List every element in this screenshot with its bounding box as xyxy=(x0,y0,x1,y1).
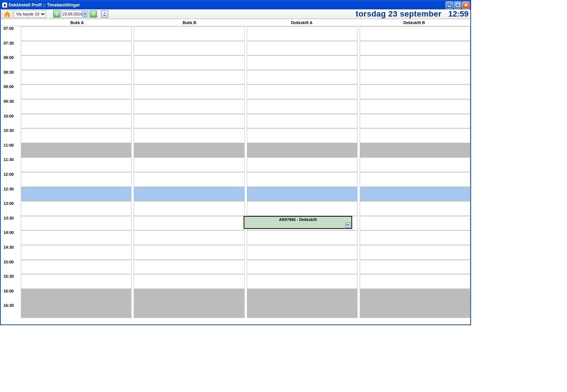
calendar-cell[interactable] xyxy=(21,41,132,56)
calendar-cell[interactable] xyxy=(360,55,470,70)
calendar-cell[interactable] xyxy=(21,260,132,275)
calendar-cell[interactable] xyxy=(134,157,244,172)
calendar-cell[interactable] xyxy=(21,157,132,172)
appointment-label: AR97965 - Dekkskift xyxy=(279,217,317,222)
calendar-cell[interactable] xyxy=(21,143,132,158)
calendar-cell[interactable] xyxy=(360,143,470,158)
appointment[interactable]: AR97965 - Dekkskift⟳ xyxy=(244,216,352,229)
calendar-cell[interactable] xyxy=(134,303,244,318)
calendar-cell[interactable] xyxy=(360,289,470,304)
time-label: 10:30 xyxy=(1,128,21,143)
calendar-cell[interactable] xyxy=(247,70,358,85)
calendar-cell[interactable] xyxy=(21,70,132,85)
calendar-cell[interactable] xyxy=(360,157,470,172)
calendar-cell[interactable] xyxy=(134,114,244,129)
calendar-cell[interactable] xyxy=(134,84,244,99)
calendar-cell[interactable] xyxy=(134,172,244,187)
calendar-cell[interactable] xyxy=(360,303,470,318)
calendar-cell[interactable] xyxy=(21,274,132,289)
calendar-cell[interactable] xyxy=(134,230,244,245)
calendar-cell[interactable] xyxy=(21,303,132,318)
time-row: 12:00 xyxy=(1,172,470,187)
calendar-cell[interactable] xyxy=(247,201,358,216)
maximize-button[interactable] xyxy=(454,1,461,9)
calendar-cell[interactable] xyxy=(360,274,470,289)
calendar-cell[interactable] xyxy=(134,260,244,275)
titlebar[interactable]: ◆ Dekkhotell Proff :: Timebestillinger xyxy=(1,1,470,9)
calendar-cell[interactable] xyxy=(134,99,244,114)
calendar-cell[interactable] xyxy=(247,114,358,129)
calendar-cell[interactable] xyxy=(360,99,470,114)
calendar-scroll[interactable]: Bukk ABukk BDekkskift ADekkskift B 07:00… xyxy=(1,19,470,324)
calendar-cell[interactable] xyxy=(21,55,132,70)
calendar-cell[interactable] xyxy=(134,245,244,260)
calendar-cell[interactable] xyxy=(247,245,358,260)
prev-day-button[interactable] xyxy=(53,10,60,18)
time-row: 16:30 xyxy=(1,303,470,318)
calendar-cell[interactable] xyxy=(21,172,132,187)
calendar-cell[interactable] xyxy=(247,41,358,56)
calendar-cell[interactable] xyxy=(360,216,470,231)
refresh-button[interactable] xyxy=(101,10,108,18)
calendar-cell[interactable] xyxy=(247,187,358,202)
calendar-cell[interactable] xyxy=(21,245,132,260)
calendar-cell[interactable] xyxy=(247,84,358,99)
calendar-cell[interactable] xyxy=(134,55,244,70)
calendar-cell[interactable] xyxy=(21,114,132,129)
calendar-cell[interactable] xyxy=(360,84,470,99)
calendar-cell[interactable] xyxy=(134,187,244,202)
calendar-cell[interactable] xyxy=(360,70,470,85)
calendar-cell[interactable] xyxy=(360,172,470,187)
calendar-cell[interactable] xyxy=(360,187,470,202)
calendar-cell[interactable] xyxy=(247,26,358,41)
calendar-cell[interactable] xyxy=(134,70,244,85)
calendar-cell[interactable] xyxy=(247,99,358,114)
calendar-cell[interactable] xyxy=(360,260,470,275)
calendar-cell[interactable] xyxy=(247,128,358,143)
date-picker[interactable]: 23.09.2010 xyxy=(61,10,89,18)
calendar-cell[interactable] xyxy=(21,216,132,231)
calendar-cell[interactable] xyxy=(247,289,358,304)
calendar-cell[interactable] xyxy=(21,289,132,304)
calendar-cell[interactable] xyxy=(134,143,244,158)
time-label: 09:30 xyxy=(1,99,21,114)
zoom-select[interactable]: Vis høyde 100 % xyxy=(14,10,46,18)
calendar-cell[interactable] xyxy=(21,26,132,41)
calendar-cell[interactable] xyxy=(360,128,470,143)
calendar-cell[interactable] xyxy=(360,245,470,260)
calendar-cell[interactable] xyxy=(21,187,132,202)
calendar-cell[interactable] xyxy=(21,84,132,99)
calendar-cell[interactable] xyxy=(134,41,244,56)
calendar-cell[interactable] xyxy=(360,201,470,216)
calendar-cell[interactable] xyxy=(247,260,358,275)
calendar-cell[interactable] xyxy=(247,230,358,245)
calendar-cell[interactable] xyxy=(134,128,244,143)
calendar-cell[interactable] xyxy=(21,230,132,245)
calendar-cell[interactable] xyxy=(247,274,358,289)
calendar-cell[interactable] xyxy=(134,201,244,216)
next-day-button[interactable] xyxy=(90,10,97,18)
calendar-cell[interactable] xyxy=(360,41,470,56)
calendar-cell[interactable] xyxy=(134,289,244,304)
calendar-cell[interactable] xyxy=(134,216,244,231)
calendar-cell[interactable] xyxy=(360,230,470,245)
calendar-cell[interactable] xyxy=(247,143,358,158)
calendar-cell[interactable] xyxy=(247,55,358,70)
calendar-cell[interactable] xyxy=(360,26,470,41)
calendar-cell[interactable] xyxy=(134,274,244,289)
window-controls xyxy=(446,1,470,9)
calendar-cell[interactable] xyxy=(21,99,132,114)
calendar-cell[interactable] xyxy=(360,114,470,129)
time-row: 11:00 xyxy=(1,143,470,158)
calendar-cell[interactable] xyxy=(247,303,358,318)
calendar-cell[interactable] xyxy=(247,172,358,187)
minimize-button[interactable] xyxy=(446,1,453,9)
resource-header: Bukk B xyxy=(133,19,246,26)
info-icon[interactable]: ⟳ xyxy=(345,222,350,227)
close-button[interactable] xyxy=(462,1,470,9)
calendar-cell[interactable] xyxy=(134,26,244,41)
calendar-cell[interactable] xyxy=(21,201,132,216)
calendar-cell[interactable] xyxy=(21,128,132,143)
calendar-cell[interactable] xyxy=(247,157,358,172)
home-button[interactable] xyxy=(2,10,13,18)
